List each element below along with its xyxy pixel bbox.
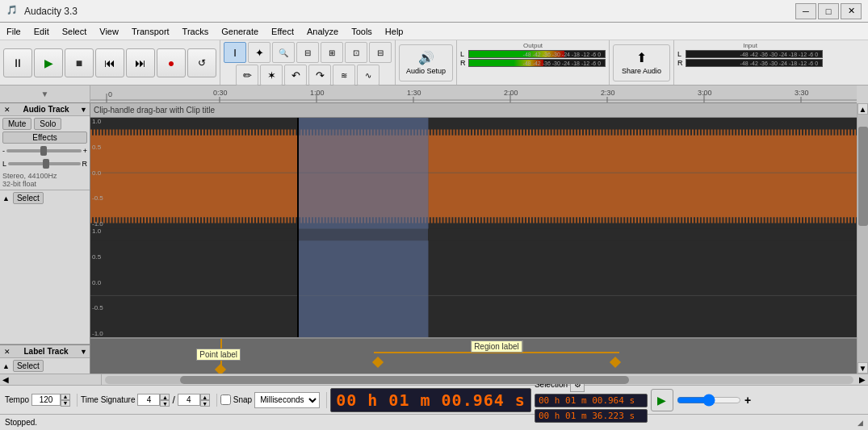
gain-row: - + xyxy=(2,145,87,157)
label-track-waveform[interactable]: Point label Region label xyxy=(90,337,857,374)
tempo-input[interactable] xyxy=(31,394,61,406)
time-sig-den-down[interactable]: ▼ xyxy=(200,400,210,407)
mute-solo-row: Mute Solo xyxy=(2,118,87,130)
minimize-button[interactable]: ─ xyxy=(795,3,816,19)
skip-end-button[interactable]: ⏭ xyxy=(126,48,155,77)
vu-input-r-label: R xyxy=(677,59,684,67)
cut-trim-button[interactable]: ≋ xyxy=(333,65,355,86)
envelope-tool-button[interactable]: ✦ xyxy=(248,42,270,63)
status-resize-handle: ◢ xyxy=(858,419,863,427)
menu-analyze[interactable]: Analyze xyxy=(300,23,345,40)
menu-transport[interactable]: Transport xyxy=(125,23,176,40)
snap-dropdown[interactable]: Milliseconds xyxy=(254,392,320,408)
play-rate-section: ▶ + xyxy=(651,389,751,411)
tempo-up[interactable]: ▲ xyxy=(61,394,70,400)
timeline-ruler: 0 0:30 1:00 1:30 2:00 2:30 3:00 xyxy=(90,86,857,103)
label-track-close[interactable]: ✕ xyxy=(2,348,12,356)
zoom-sel-button[interactable]: ⊡ xyxy=(345,42,367,63)
skip-start-button[interactable]: ⏮ xyxy=(95,48,124,77)
time-sig-num-up[interactable]: ▲ xyxy=(160,394,170,400)
menu-select[interactable]: Select xyxy=(56,23,94,40)
time-display: 00 h 01 m 00.964 s xyxy=(330,388,531,412)
menu-edit[interactable]: Edit xyxy=(27,23,56,40)
draw-tool-button[interactable]: ✏ xyxy=(236,65,258,86)
menu-help[interactable]: Help xyxy=(379,23,410,40)
close-button[interactable]: ✕ xyxy=(841,3,862,19)
select-tool-button[interactable]: I xyxy=(224,42,246,63)
svg-text:1:30: 1:30 xyxy=(407,89,421,97)
scroll-left-button[interactable]: ◀ xyxy=(0,374,11,386)
effects-button[interactable]: Effects xyxy=(2,132,87,144)
label-track-select-row: ▲ Select xyxy=(0,358,90,374)
maximize-button[interactable]: □ xyxy=(818,3,839,19)
audio-setup-button[interactable]: 🔊 Audio Setup xyxy=(399,44,453,81)
gain-slider-container[interactable] xyxy=(6,145,82,157)
menu-effect[interactable]: Effect xyxy=(265,23,300,40)
audio-track-close[interactable]: ✕ xyxy=(2,106,12,114)
menu-view[interactable]: View xyxy=(93,23,125,40)
point-label-diamond xyxy=(215,364,226,374)
silence-button[interactable]: ∿ xyxy=(357,65,379,86)
scroll-h-track[interactable] xyxy=(105,376,853,384)
mute-button[interactable]: Mute xyxy=(2,118,31,130)
audio-track-arrow[interactable]: ▼ xyxy=(80,106,87,114)
vu-output-r: -48 -42 -36 -30 -24 -18 -12 -6 0 xyxy=(468,59,606,67)
zoom-fit-button[interactable]: ⊞ xyxy=(321,42,343,63)
menu-tracks[interactable]: Tracks xyxy=(176,23,216,40)
scroll-track[interactable] xyxy=(858,115,868,362)
label-track-header: ✕ Label Track ▼ ▲ Select xyxy=(0,344,90,374)
vu-r-label: R xyxy=(460,59,467,67)
vu-input-section: Input L -48 -42 -36 -30 -24 -18 -12 -6 0… xyxy=(674,40,826,85)
play-rate-slider[interactable] xyxy=(677,394,741,407)
loop-button[interactable]: ↺ xyxy=(187,48,216,77)
audio-waveform-container[interactable]: Clip-handle drag-bar with Clip title 1.0… xyxy=(90,103,857,337)
vertical-scrollbar[interactable]: ▲ ▼ xyxy=(857,103,868,374)
scroll-down-button[interactable]: ▼ xyxy=(858,362,868,374)
play-button[interactable]: ▶ xyxy=(34,48,63,77)
horizontal-scrollbar[interactable]: ◀ ▶ xyxy=(0,374,868,385)
status-text: Stopped. xyxy=(5,418,37,427)
undo-button[interactable]: ↶ xyxy=(284,65,307,86)
solo-button[interactable]: Solo xyxy=(34,118,61,130)
audio-track-select-button[interactable]: Select xyxy=(13,192,44,204)
pause-button[interactable]: ⏸ xyxy=(3,48,32,77)
menu-file[interactable]: File xyxy=(0,23,27,40)
pan-slider-container[interactable] xyxy=(8,158,80,169)
label-track-collapse[interactable]: ▲ xyxy=(2,362,10,370)
pan-row: L R xyxy=(2,158,87,169)
zoom-out-button[interactable]: ⊟ xyxy=(296,42,319,63)
time-sig-section: Time Signature ▲ ▼ / ▲ ▼ xyxy=(81,394,217,407)
label-track-select-button[interactable]: Select xyxy=(13,360,44,372)
region-label-container: Region label xyxy=(374,352,619,353)
time-sig-num-down[interactable]: ▼ xyxy=(160,400,170,407)
snap-checkbox[interactable] xyxy=(220,395,231,405)
time-sig-den-input[interactable] xyxy=(178,394,200,406)
time-sig-den-arrows: ▲ ▼ xyxy=(200,394,210,407)
audio-track-collapse[interactable]: ▲ xyxy=(2,194,10,202)
scroll-thumb[interactable] xyxy=(858,127,868,226)
scroll-up-button[interactable]: ▲ xyxy=(858,103,868,115)
share-audio-label: Share Audio xyxy=(622,67,661,75)
menu-generate[interactable]: Generate xyxy=(215,23,265,40)
snap-section: Snap Milliseconds xyxy=(220,392,327,408)
label-track-arrow[interactable]: ▼ xyxy=(80,348,87,356)
zoom-in-button[interactable]: 🔍 xyxy=(272,42,295,63)
scroll-right-button[interactable]: ▶ xyxy=(857,374,868,386)
menu-tools[interactable]: Tools xyxy=(345,23,379,40)
stop-button[interactable]: ■ xyxy=(65,48,94,77)
gain-plus: + xyxy=(83,147,87,155)
record-button[interactable]: ● xyxy=(157,48,186,77)
multi-tool-button[interactable]: ✶ xyxy=(260,65,283,86)
play-rate-button[interactable]: ▶ xyxy=(651,389,673,411)
share-audio-button[interactable]: ⬆ Share Audio xyxy=(613,44,670,81)
zoom-reset-button[interactable]: ⊟ xyxy=(369,42,392,63)
transport-section: ⏸ ▶ ■ ⏮ ⏭ ● ↺ xyxy=(0,40,220,85)
redo-button[interactable]: ↷ xyxy=(308,65,331,86)
scroll-h-thumb[interactable] xyxy=(180,376,629,384)
tools-section: I ✦ 🔍 ⊟ ⊞ ⊡ ⊟ ✏ ✶ ↶ ↷ ≋ ∿ xyxy=(220,40,396,85)
time-sig-num-input[interactable] xyxy=(137,394,160,406)
time-sig-den-up[interactable]: ▲ xyxy=(200,394,210,400)
region-end-diamond xyxy=(610,357,621,368)
tempo-down[interactable]: ▼ xyxy=(61,400,70,407)
play-rate-plus[interactable]: + xyxy=(744,394,751,407)
